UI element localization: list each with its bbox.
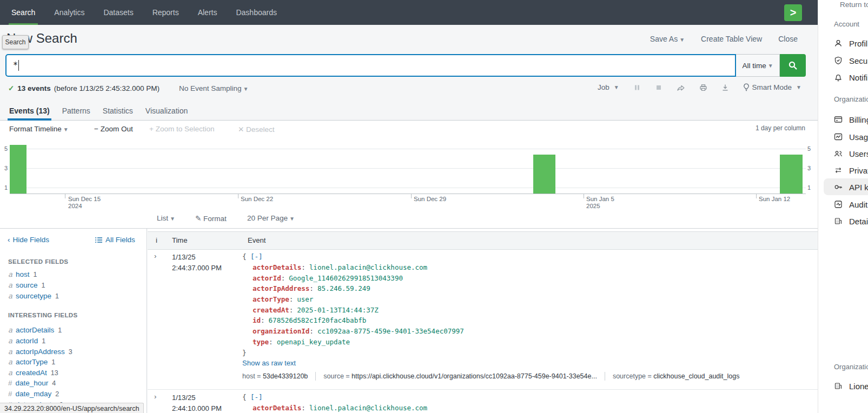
- meta-host[interactable]: host53de4339120b: [242, 372, 315, 381]
- json-field-row: actorIdGoogle_114602629918513043390: [253, 274, 403, 282]
- field-item-date-mday[interactable]: #date_mday2: [8, 390, 59, 398]
- job-menu-button[interactable]: Job▼: [598, 83, 619, 91]
- field-item-date-hour[interactable]: #date_hour4: [8, 379, 56, 387]
- search-submit-button[interactable]: [780, 54, 806, 77]
- field-item-actordetails[interactable]: aactorDetails1: [8, 325, 62, 334]
- nav-item-analytics[interactable]: Analytics: [54, 0, 84, 25]
- close-button[interactable]: Close: [778, 35, 798, 43]
- timeline-controls: Format Timeline▼ − Zoom Out + Zoom to Se…: [0, 123, 818, 137]
- panel-item-users[interactable]: Users: [834, 147, 868, 160]
- tab-visualization[interactable]: Visualization: [145, 101, 188, 121]
- list-view-dropdown[interactable]: List▼: [157, 214, 175, 222]
- chevron-down-icon: ▼: [289, 216, 295, 222]
- json-collapse-link[interactable]: [-]: [250, 252, 263, 261]
- user-icon: [834, 39, 843, 48]
- stop-button[interactable]: [655, 84, 662, 91]
- meta-source[interactable]: sourcehttps://api.clickhouse.cloud/v1/or…: [315, 372, 605, 381]
- timeline-scale-note: 1 day per column: [756, 124, 805, 132]
- tab-patterns[interactable]: Patterns: [62, 101, 90, 121]
- text-caret: [18, 60, 19, 71]
- nav-item-reports[interactable]: Reports: [153, 0, 179, 25]
- chevron-down-icon: ▼: [796, 84, 801, 90]
- chevron-down-icon: ▼: [170, 216, 175, 222]
- save-as-button[interactable]: Save As▼: [650, 35, 685, 43]
- app-logo-icon[interactable]: >: [784, 4, 802, 21]
- timeline-chart[interactable]: [10, 141, 806, 194]
- export-button[interactable]: [721, 84, 729, 91]
- return-to-link[interactable]: Return to: [840, 1, 868, 9]
- search-query-input[interactable]: *: [5, 54, 736, 77]
- zoom-to-selection-button[interactable]: + Zoom to Selection: [149, 125, 214, 133]
- field-item-actortype[interactable]: aactorType1: [8, 357, 55, 366]
- tab-events[interactable]: Events (13): [9, 101, 50, 121]
- result-tabs: Events (13) Patterns Statistics Visualiz…: [0, 101, 188, 121]
- gridline: [10, 168, 806, 169]
- json-open-line: { [-]: [242, 393, 263, 401]
- chevron-left-icon: ‹: [8, 236, 10, 244]
- deselect-button[interactable]: ✕ Deselect: [238, 125, 275, 134]
- print-icon: [699, 84, 707, 91]
- field-item-sourcetype[interactable]: asourcetype1: [8, 291, 59, 300]
- pause-icon: [633, 84, 641, 91]
- pause-button[interactable]: [633, 84, 641, 91]
- y-axis-label: 5: [0, 145, 8, 152]
- json-field-row: typeopenapi_key_update: [253, 338, 350, 346]
- panel-item-details[interactable]: Detai: [834, 215, 868, 228]
- panel-item-org-lionel[interactable]: Lione: [834, 379, 868, 392]
- panel-item-private-endpoints[interactable]: Privat: [834, 164, 868, 177]
- per-page-dropdown[interactable]: 20 Per Page▼: [247, 214, 295, 222]
- panel-item-profile[interactable]: Profil: [834, 37, 867, 50]
- gridline: [10, 149, 806, 149]
- smart-mode-dropdown[interactable]: Smart Mode▼: [743, 83, 801, 91]
- panel-item-billing[interactable]: Billing: [834, 113, 868, 126]
- job-controls: Job▼ Smart Mode▼: [598, 83, 801, 91]
- x-axis-label: Sun Dec 29: [414, 196, 446, 203]
- field-item-actoripaddress[interactable]: aactorIpAddress3: [8, 347, 72, 356]
- nav-item-search[interactable]: Search: [11, 0, 35, 25]
- column-header-time: Time: [172, 236, 187, 244]
- event-meta-row: host53de4339120b sourcehttps://api.click…: [242, 372, 747, 381]
- json-collapse-link[interactable]: [-]: [250, 393, 263, 401]
- swap-arrows-icon: [834, 166, 843, 175]
- panel-item-security[interactable]: Secur: [834, 54, 868, 67]
- panel-item-usage[interactable]: Usag: [834, 130, 868, 143]
- y-axis-label: 1: [807, 184, 815, 191]
- nav-item-dashboards[interactable]: Dashboards: [236, 0, 277, 25]
- share-button[interactable]: [677, 84, 685, 91]
- create-table-view-button[interactable]: Create Table View: [701, 35, 762, 43]
- format-timeline-dropdown[interactable]: Format Timeline▼: [9, 125, 69, 133]
- panel-item-audit[interactable]: Audit: [834, 198, 867, 211]
- hide-fields-link[interactable]: ‹Hide Fields: [8, 236, 49, 244]
- close-icon: ✕: [238, 125, 244, 134]
- field-item-source[interactable]: asource1: [8, 281, 45, 289]
- timeline-bar[interactable]: [533, 155, 555, 194]
- show-raw-text-link[interactable]: Show as raw text: [242, 359, 296, 367]
- minus-icon: −: [94, 125, 98, 133]
- timeline-bar[interactable]: [780, 155, 803, 194]
- field-item-host[interactable]: ahost1: [8, 270, 37, 278]
- event-expand-arrow[interactable]: ›: [154, 392, 156, 401]
- tab-statistics[interactable]: Statistics: [103, 101, 133, 121]
- nav-item-alerts[interactable]: Alerts: [198, 0, 217, 25]
- all-fields-link[interactable]: All Fields: [95, 236, 135, 244]
- time-range-picker[interactable]: All time▼: [736, 54, 780, 77]
- row-divider: [148, 389, 818, 390]
- field-item-actorid[interactable]: aactorId1: [8, 336, 45, 345]
- event-sampling-dropdown[interactable]: No Event Sampling▼: [179, 84, 248, 92]
- meta-sourcetype[interactable]: sourcetypeclickhouse_cloud_audit_logs: [605, 372, 747, 381]
- usage-chart-icon: [834, 132, 843, 141]
- print-button[interactable]: [699, 84, 707, 91]
- zoom-out-button[interactable]: − Zoom Out: [94, 125, 133, 133]
- nav-item-datasets[interactable]: Datasets: [103, 0, 133, 25]
- y-axis-label: 1: [0, 184, 8, 191]
- timeline-bar[interactable]: [10, 145, 26, 194]
- panel-item-notifications[interactable]: Notifi: [834, 71, 867, 84]
- event-expand-arrow[interactable]: ›: [154, 252, 156, 260]
- event-count-detail: (before 1/13/25 2:45:32.000 PM): [54, 84, 160, 92]
- format-results-button[interactable]: ✎ Format: [195, 214, 227, 223]
- splunk-app-window: Search Analytics Datasets Reports Alerts…: [0, 0, 818, 413]
- audit-icon: [834, 200, 843, 209]
- job-status-row: ✓ 13 events (before 1/13/25 2:45:32.000 …: [8, 84, 248, 92]
- field-item-createdat[interactable]: acreatedAt13: [8, 368, 58, 377]
- panel-item-api-keys[interactable]: API k: [834, 181, 868, 194]
